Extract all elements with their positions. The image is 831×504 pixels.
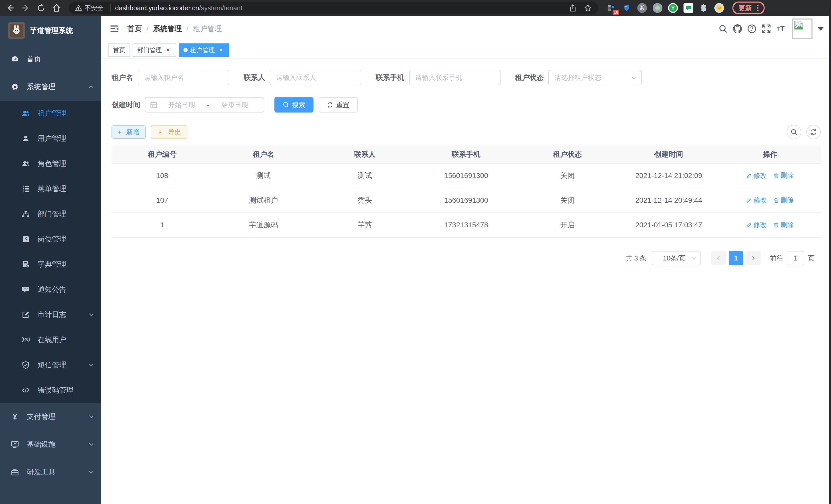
col-tenant-name: 租户名 <box>213 145 314 164</box>
forward-icon[interactable] <box>20 2 32 14</box>
home-icon[interactable] <box>50 2 63 14</box>
sidebar-item-home[interactable]: 首页 <box>0 45 101 73</box>
delete-link[interactable]: 删除 <box>773 196 794 205</box>
delete-link[interactable]: 删除 <box>773 171 794 180</box>
status-text: 关闭 <box>517 164 618 188</box>
extension-badge: 10 <box>612 10 619 15</box>
font-size-icon[interactable]: TT <box>773 22 788 36</box>
code-icon <box>22 386 30 394</box>
sidebar-item-dept[interactable]: 部门管理 <box>0 201 101 227</box>
extension-recorder-icon[interactable] <box>653 3 662 13</box>
extensions-puzzle-icon[interactable] <box>699 3 709 13</box>
browser-update-button[interactable]: 更新 <box>732 2 765 14</box>
refresh-table-button[interactable] <box>806 125 821 139</box>
sidebar-item-post[interactable]: 岗位管理 <box>0 227 101 252</box>
page-content: 租户名 联系人 联系手机 租户状态 请选择租户状态 <box>101 59 831 504</box>
edit-link[interactable]: 修改 <box>746 196 767 205</box>
sidebar-item-role[interactable]: 角色管理 <box>0 151 101 176</box>
goto-page-input[interactable] <box>787 251 804 265</box>
sidebar-item-online-users[interactable]: 在线用户 <box>0 327 101 352</box>
add-button[interactable]: +新增 <box>112 125 146 139</box>
sidebar-item-payment[interactable]: ¥ 支付管理 <box>0 403 101 431</box>
refresh-icon <box>810 128 817 136</box>
table-row: 108 测试 测试 15601691300 关闭 2021-12-14 21:0… <box>112 164 821 188</box>
status-select[interactable]: 请选择租户状态 <box>548 70 642 85</box>
post-badge-icon <box>22 235 30 243</box>
sidebar-item-system[interactable]: 系统管理 <box>0 73 101 101</box>
page-number-1[interactable]: 1 <box>729 251 743 265</box>
back-icon[interactable] <box>4 2 17 14</box>
next-page-button[interactable] <box>746 251 761 265</box>
omnibox-divider <box>111 4 111 11</box>
chevron-up-icon <box>88 84 94 90</box>
address-bar[interactable]: 不安全 dashboard.yudao.iocoder.cn/system/te… <box>69 2 598 14</box>
app-title: 芋道管理系统 <box>30 26 73 35</box>
chevron-right-icon <box>751 255 756 261</box>
filter-row-2: 创建时间 开始日期 - 结束日期 搜索 重置 <box>112 97 821 113</box>
export-button[interactable]: 导出 <box>151 125 187 139</box>
chevron-down-icon <box>88 442 94 447</box>
phone-label: 联系手机 <box>376 73 404 83</box>
help-icon[interactable] <box>745 22 759 36</box>
delete-link[interactable]: 删除 <box>773 220 794 229</box>
sidebar-item-audit-log[interactable]: 审计日志 <box>0 302 101 327</box>
search-button[interactable]: 搜索 <box>275 97 314 113</box>
extension-avatar-emoji-icon[interactable] <box>714 3 724 13</box>
pagination: 共 3 条 10条/页 1 前往 页 <box>112 251 821 265</box>
extension-tabs-icon[interactable]: 10 <box>606 3 616 13</box>
prev-page-button[interactable] <box>711 251 726 265</box>
table-row: 1 芋道源码 芋艿 17321315478 开启 2021-01-05 17:0… <box>112 213 821 237</box>
close-icon[interactable]: × <box>165 47 172 54</box>
extension-chat-icon[interactable] <box>684 3 693 13</box>
sidebar-item-notice[interactable]: 通知公告 <box>0 277 101 302</box>
edit-link[interactable]: 修改 <box>746 171 767 180</box>
filter-row-1: 租户名 联系人 联系手机 租户状态 请选择租户状态 <box>112 70 821 85</box>
create-time-range-picker[interactable]: 开始日期 - 结束日期 <box>145 97 264 113</box>
sidebar-item-menu[interactable]: 菜单管理 <box>0 176 101 201</box>
sidebar-item-user[interactable]: 用户管理 <box>0 126 101 151</box>
not-secure-label[interactable]: 不安全 <box>85 4 103 12</box>
sidebar-item-tenant[interactable]: 租户管理 <box>0 101 101 126</box>
window-scrollbar[interactable] <box>829 0 831 504</box>
user-icon <box>22 135 30 143</box>
share-icon[interactable] <box>569 4 577 12</box>
edit-note-icon <box>22 310 30 319</box>
tab-home[interactable]: 首页 <box>109 43 130 57</box>
browser-menu-icon[interactable] <box>757 5 758 11</box>
sidebar-item-error-code[interactable]: 错误码管理 <box>0 378 101 403</box>
menu-tree-icon <box>22 185 30 193</box>
github-icon[interactable] <box>730 22 745 36</box>
sidebar-item-infra[interactable]: 基础设施 <box>0 431 101 458</box>
extension-command-icon[interactable]: ⌘ <box>637 3 647 13</box>
extension-pin-icon[interactable] <box>622 3 632 13</box>
contact-input[interactable] <box>270 70 361 85</box>
toggle-search-button[interactable] <box>787 125 801 139</box>
sidebar-item-dev-tools[interactable]: 研发工具 <box>0 458 101 486</box>
sidebar-toggle-icon[interactable] <box>110 24 119 34</box>
avatar-dropdown-caret-icon[interactable] <box>818 27 824 31</box>
edit-link[interactable]: 修改 <box>746 220 767 229</box>
tab-dept[interactable]: 部门管理 × <box>133 43 176 57</box>
reset-button[interactable]: 重置 <box>319 97 358 113</box>
search-icon <box>791 128 798 136</box>
extension-yudao-icon[interactable]: Y <box>668 3 678 13</box>
close-icon[interactable]: × <box>218 47 225 54</box>
phone-input[interactable] <box>409 70 500 85</box>
reload-icon[interactable] <box>35 2 47 14</box>
chevron-down-icon <box>88 362 94 368</box>
app-logo-row[interactable]: 芋道管理系统 <box>0 16 101 45</box>
page-size-select[interactable]: 10条/页 <box>652 251 701 265</box>
tenant-name-input[interactable] <box>138 70 229 85</box>
trash-icon <box>773 222 779 228</box>
sidebar-item-dict[interactable]: 字典管理 <box>0 252 101 277</box>
sidebar-item-sms[interactable]: 短信管理 <box>0 352 101 378</box>
page-url[interactable]: dashboard.yudao.iocoder.cn/system/tenant <box>115 4 242 12</box>
header-search-icon[interactable] <box>716 22 730 36</box>
breadcrumb-home[interactable]: 首页 <box>127 24 142 34</box>
user-avatar[interactable] <box>792 19 812 39</box>
edit-icon <box>746 222 752 228</box>
chevron-down-icon <box>88 312 94 318</box>
tab-tenant[interactable]: 租户管理 × <box>179 43 229 57</box>
bookmark-star-icon[interactable] <box>584 4 592 12</box>
fullscreen-icon[interactable] <box>759 22 773 36</box>
